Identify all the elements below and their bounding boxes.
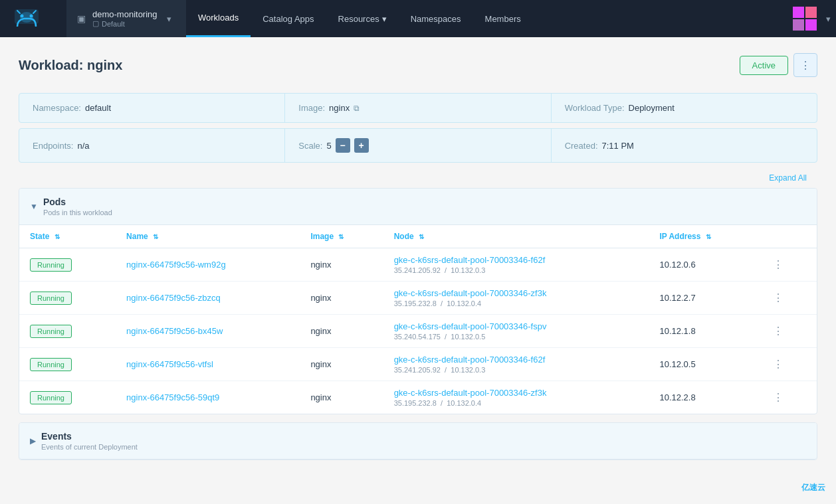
header-actions: Active ⋮ bbox=[740, 53, 817, 77]
events-section-header[interactable]: ▶ Events Events of current Deployment bbox=[19, 423, 817, 460]
pod-node-cell: gke-c-k6srs-default-pool-70003346-f62f 3… bbox=[383, 248, 649, 282]
more-options-button[interactable]: ⋮ bbox=[793, 53, 817, 77]
pods-subtitle: Pods in this workload bbox=[43, 209, 112, 216]
namespace-value: default bbox=[85, 103, 111, 113]
endpoints-value: n/a bbox=[77, 141, 89, 151]
pod-status-badge: Running bbox=[30, 358, 72, 371]
workload-type-value: Deployment bbox=[629, 103, 675, 113]
pod-more-options-button[interactable]: ⋮ bbox=[770, 323, 786, 339]
pods-title: Pods bbox=[43, 197, 112, 207]
svg-point-3 bbox=[21, 15, 24, 18]
pod-name-cell: nginx-66475f9c56-zbzcq bbox=[116, 282, 300, 315]
node-link[interactable]: gke-c-k6srs-default-pool-70003346-zf3k bbox=[394, 388, 639, 398]
node-link[interactable]: gke-c-k6srs-default-pool-70003346-f62f bbox=[394, 255, 639, 265]
nav-link-catalog-apps[interactable]: Catalog Apps bbox=[251, 0, 326, 37]
table-row: Running nginx-66475f9c56-zbzcq nginx gke… bbox=[19, 282, 817, 315]
pod-node-cell: gke-c-k6srs-default-pool-70003346-fspv 3… bbox=[383, 315, 649, 348]
pod-ip-cell: 10.12.2.7 bbox=[649, 282, 760, 315]
pod-actions-cell: ⋮ bbox=[760, 315, 817, 348]
pod-image-cell: nginx bbox=[300, 315, 383, 348]
nav-link-members[interactable]: Members bbox=[473, 0, 533, 37]
pod-ip-cell: 10.12.0.5 bbox=[649, 348, 760, 381]
pods-section-header[interactable]: ▼ Pods Pods in this workload bbox=[19, 189, 817, 225]
pod-name-link[interactable]: nginx-66475f9c56-vtfsl bbox=[126, 359, 213, 369]
created-label: Created: bbox=[565, 141, 598, 151]
svg-point-4 bbox=[30, 15, 33, 18]
ip-sort-icon: ⇅ bbox=[706, 233, 711, 240]
avatar-chevron-icon[interactable]: ▾ bbox=[821, 14, 836, 24]
pods-table: State ⇅ Name ⇅ Image ⇅ Node ⇅ bbox=[19, 225, 817, 414]
name-sort-icon: ⇅ bbox=[153, 233, 158, 240]
node-ip: 35.195.232.8 / 10.132.0.4 bbox=[394, 399, 639, 407]
nav-link-workloads[interactable]: Workloads bbox=[186, 0, 251, 37]
col-state[interactable]: State ⇅ bbox=[19, 225, 116, 248]
scale-controls: 5 − + bbox=[326, 138, 368, 153]
workload-type-label: Workload Type: bbox=[565, 103, 625, 113]
pod-image-cell: nginx bbox=[300, 248, 383, 282]
info-panel-row2: Endpoints: n/a Scale: 5 − + Created: 7:1… bbox=[19, 128, 817, 163]
pod-more-options-button[interactable]: ⋮ bbox=[770, 290, 786, 306]
nav-link-resources[interactable]: Resources ▾ bbox=[326, 0, 399, 37]
scale-increase-button[interactable]: + bbox=[354, 138, 369, 153]
pod-status-badge: Running bbox=[30, 258, 72, 272]
node-ip: 35.195.232.8 / 10.132.0.4 bbox=[394, 299, 639, 307]
scale-cell: Scale: 5 − + bbox=[285, 129, 550, 162]
pod-status-badge: Running bbox=[30, 391, 72, 404]
col-name[interactable]: Name ⇅ bbox=[116, 225, 300, 248]
pod-name-cell: nginx-66475f9c56-59qt9 bbox=[116, 381, 300, 414]
scale-decrease-button[interactable]: − bbox=[336, 138, 350, 153]
page-content: Workload: nginx Active ⋮ Namespace: defa… bbox=[0, 37, 836, 484]
pod-name-link[interactable]: nginx-66475f9c56-zbzcq bbox=[126, 293, 221, 303]
pod-more-options-button[interactable]: ⋮ bbox=[770, 256, 786, 273]
brand-logo[interactable] bbox=[0, 5, 66, 32]
created-value: 7:11 PM bbox=[602, 141, 634, 151]
scale-value: 5 bbox=[326, 141, 331, 151]
table-row: Running nginx-66475f9c56-59qt9 nginx gke… bbox=[19, 381, 817, 414]
pod-ip-cell: 10.12.2.8 bbox=[649, 381, 760, 414]
pod-image-cell: nginx bbox=[300, 282, 383, 315]
nav-right: ▾ bbox=[791, 0, 836, 37]
project-sub: ▢ Default bbox=[92, 19, 157, 28]
node-ip: 35.240.54.175 / 10.132.0.5 bbox=[394, 333, 639, 341]
pod-actions-cell: ⋮ bbox=[760, 381, 817, 414]
pod-node-cell: gke-c-k6srs-default-pool-70003346-f62f 3… bbox=[383, 348, 649, 381]
image-label: Image: bbox=[298, 103, 325, 113]
project-name: demo-monitoring bbox=[92, 9, 157, 19]
pods-section: ▼ Pods Pods in this workload State ⇅ Nam… bbox=[19, 188, 817, 414]
project-selector[interactable]: ▣ demo-monitoring ▢ Default ▾ bbox=[66, 0, 186, 37]
watermark: 亿速云 bbox=[801, 482, 825, 484]
col-actions bbox=[760, 225, 817, 248]
pod-name-link[interactable]: nginx-66475f9c56-bx45w bbox=[126, 326, 223, 336]
node-link[interactable]: gke-c-k6srs-default-pool-70003346-zf3k bbox=[394, 288, 639, 298]
created-cell: Created: 7:11 PM bbox=[552, 131, 817, 160]
user-avatar[interactable] bbox=[791, 5, 818, 32]
pod-state-cell: Running bbox=[19, 381, 116, 414]
pod-more-options-button[interactable]: ⋮ bbox=[770, 389, 786, 406]
col-ip[interactable]: IP Address ⇅ bbox=[649, 225, 760, 248]
pod-name-cell: nginx-66475f9c56-wm92g bbox=[116, 248, 300, 282]
expand-all-button[interactable]: Expand All bbox=[19, 168, 817, 188]
pod-status-badge: Running bbox=[30, 292, 72, 305]
pod-name-link[interactable]: nginx-66475f9c56-59qt9 bbox=[126, 392, 219, 402]
copy-icon[interactable]: ⧉ bbox=[354, 104, 360, 113]
events-subtitle: Events of current Deployment bbox=[41, 443, 138, 451]
col-image[interactable]: Image ⇅ bbox=[300, 225, 383, 248]
pod-more-options-button[interactable]: ⋮ bbox=[770, 356, 786, 373]
node-link[interactable]: gke-c-k6srs-default-pool-70003346-fspv bbox=[394, 321, 639, 331]
node-link[interactable]: gke-c-k6srs-default-pool-70003346-f62f bbox=[394, 355, 639, 365]
pod-state-cell: Running bbox=[19, 248, 116, 282]
pod-image-cell: nginx bbox=[300, 381, 383, 414]
pod-actions-cell: ⋮ bbox=[760, 348, 817, 381]
project-chevron-icon: ▾ bbox=[167, 14, 171, 24]
nav-link-namespaces[interactable]: Namespaces bbox=[399, 0, 473, 37]
pod-state-cell: Running bbox=[19, 282, 116, 315]
table-header-row: State ⇅ Name ⇅ Image ⇅ Node ⇅ bbox=[19, 225, 817, 248]
endpoints-cell: Endpoints: n/a bbox=[19, 131, 284, 160]
table-row: Running nginx-66475f9c56-wm92g nginx gke… bbox=[19, 248, 817, 282]
col-node[interactable]: Node ⇅ bbox=[383, 225, 649, 248]
resources-chevron-icon: ▾ bbox=[382, 14, 387, 24]
endpoints-label: Endpoints: bbox=[33, 141, 73, 151]
pod-node-cell: gke-c-k6srs-default-pool-70003346-zf3k 3… bbox=[383, 282, 649, 315]
pod-name-link[interactable]: nginx-66475f9c56-wm92g bbox=[126, 260, 226, 270]
pod-ip-cell: 10.12.0.6 bbox=[649, 248, 760, 282]
